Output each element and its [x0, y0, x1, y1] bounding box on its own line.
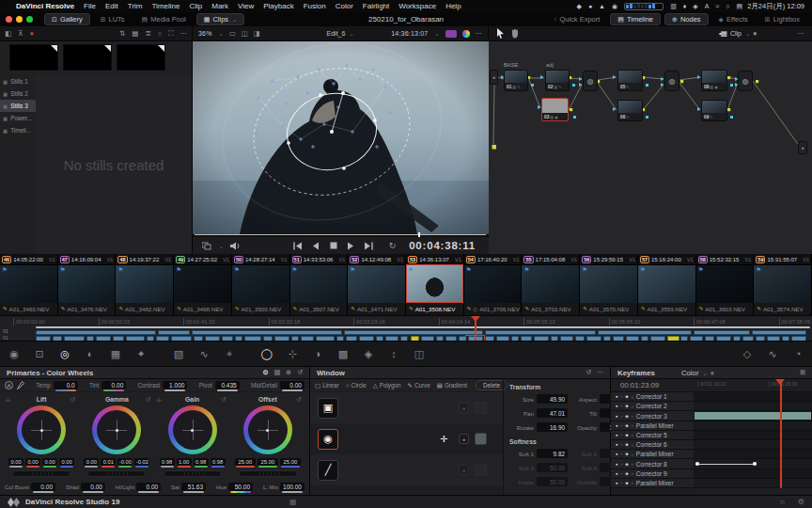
stereo-3d-icon[interactable]: ◫	[413, 348, 426, 360]
luts-button[interactable]: ⊞LUTs	[94, 13, 132, 25]
enable-dot-icon[interactable]: ●	[616, 471, 618, 476]
value-field[interactable]: 0.98	[160, 458, 175, 466]
window-minimize-button[interactable]	[16, 16, 23, 23]
node-03-selected[interactable]: 03▥◉	[541, 98, 569, 121]
tracker-crosshair-icon[interactable]: ✛	[440, 434, 447, 444]
timeline-clip-55[interactable]: 5517:15:04:08V1⚑✎A01_3703.NEV	[522, 254, 580, 315]
more-options-icon[interactable]: ⋯	[798, 29, 805, 38]
play-reverse-icon[interactable]	[309, 241, 321, 251]
lock-icon[interactable]: ▪	[621, 433, 623, 437]
timeline-clip-47[interactable]: 4714:16:09:04V1⚑✎A01_3476.NEV	[58, 254, 117, 315]
record-icon[interactable]: ●	[30, 29, 35, 38]
value-field[interactable]: 0.00	[102, 381, 126, 389]
camera-icon[interactable]: ●	[588, 3, 592, 9]
parallel-mixer-node[interactable]: ◍	[664, 71, 679, 91]
menu-item-playback[interactable]: Playback	[263, 2, 293, 10]
timeline-clip-segment[interactable]	[36, 330, 156, 335]
parallel-mixer-node[interactable]: ◍	[583, 71, 598, 91]
search-icon[interactable]: ○	[726, 3, 729, 9]
sort-icon[interactable]: ⇅	[119, 29, 125, 38]
keyframe-diamond-icon[interactable]: ◆	[625, 433, 628, 437]
menu-item-timeline[interactable]: Timeline	[152, 2, 180, 10]
pointer-tool-icon[interactable]	[496, 28, 505, 39]
clip-thumbnail[interactable]: ⚑	[348, 264, 405, 303]
timeline-clip-50[interactable]: 5014:28:27:14V1⚑✎A01_3500.NEV	[232, 254, 290, 315]
value-field[interactable]: 16.90	[537, 422, 568, 432]
keyframe-diamond-icon[interactable]: ◆	[625, 471, 628, 476]
window-handle[interactable]	[342, 167, 346, 170]
value-field[interactable]: 1.00	[177, 458, 192, 466]
settings-gear-icon[interactable]: ⚙	[798, 498, 804, 506]
value-field[interactable]: 51.63	[181, 483, 206, 491]
reset-icon[interactable]: ↺	[586, 369, 591, 376]
value-field[interactable]: 47.01	[537, 408, 568, 418]
motion-effects-icon[interactable]: ✦	[134, 348, 148, 360]
enable-dot-icon[interactable]: ●	[616, 452, 618, 456]
menu-item-help[interactable]: Help	[445, 2, 461, 10]
window-status-toggle[interactable]: ●	[459, 465, 469, 475]
lock-icon[interactable]: ▪	[621, 452, 623, 456]
quick-export-button[interactable]: ↑Quick Export	[547, 13, 606, 25]
wifi-icon[interactable]: ≈	[715, 3, 719, 9]
timeline-clip-segment[interactable]	[598, 330, 692, 335]
master-wheel-slider[interactable]	[87, 470, 146, 477]
value-field[interactable]: 25.00	[235, 458, 256, 466]
keyframe-dot[interactable]	[695, 462, 699, 466]
sidecar-icon[interactable]: ▥	[670, 3, 677, 10]
clip-thumbnail[interactable]: ⚑	[754, 264, 811, 303]
keyframes-view-icon[interactable]: ◇	[741, 348, 754, 360]
keyframe-diamond-icon[interactable]: ◆	[625, 442, 628, 447]
lock-icon[interactable]: ▪	[621, 423, 623, 428]
reset-icon[interactable]: ↺	[297, 369, 303, 376]
timeline-clip-53[interactable]: 5314:36:13:07V1⚑✎A01_3508.NEV	[406, 254, 464, 315]
keyframe-row-label[interactable]: ●▪◆›Parallel Mixer	[611, 421, 694, 430]
window-shape-row-square[interactable]: ▣●	[310, 392, 503, 423]
sizing-icon[interactable]: ↕	[387, 348, 400, 359]
clip-thumbnail[interactable]: ⚑	[232, 264, 289, 303]
window-status-toggle[interactable]: ●	[459, 403, 469, 413]
chevron-right-icon[interactable]: ›	[632, 413, 633, 419]
value-field[interactable]: 0.00	[280, 381, 304, 389]
keyframe-row-label[interactable]: ●▪◆›Corrector 2	[611, 402, 694, 410]
lock-icon[interactable]: ▪	[621, 471, 623, 476]
auto-balance-icon[interactable]: A	[5, 381, 13, 389]
keyframes-playhead-line[interactable]	[780, 380, 782, 488]
reset-icon[interactable]: ↺	[297, 396, 302, 404]
menubar-clock[interactable]: 2月24日(月) 12:09	[747, 2, 804, 11]
menu-item-view[interactable]: View	[238, 2, 254, 10]
control-center-icon[interactable]: ◈	[693, 3, 697, 10]
home-icon[interactable]: ⌂	[780, 498, 785, 506]
camera-raw-icon[interactable]: ◉	[8, 348, 21, 360]
gallery-album-1[interactable]: ▣Stills 1	[0, 75, 36, 87]
keyframe-track[interactable]	[694, 459, 812, 468]
master-wheel-slider[interactable]	[12, 470, 70, 477]
timeline-clip-segment[interactable]	[694, 330, 750, 335]
clips-button[interactable]: ▦Clips⌄	[196, 13, 244, 25]
rgb-mixer-icon[interactable]: ▦	[109, 348, 122, 360]
app-menu-title[interactable]: DaVinci Resolve	[16, 2, 74, 10]
master-wheel-slider[interactable]	[164, 470, 222, 477]
color-viewer-icon[interactable]	[462, 30, 470, 38]
audio-meter-icon[interactable]	[624, 3, 664, 10]
search-icon[interactable]: ○	[158, 29, 163, 38]
timeline-clip-59[interactable]: 5915:31:55:07V1⚑✎A01_3574.NEV	[754, 254, 812, 315]
menu-item-fusion[interactable]: Fusion	[304, 2, 326, 10]
value-field[interactable]: 50.00	[228, 483, 253, 491]
value-field[interactable]: 0.98	[194, 458, 209, 466]
node-01[interactable]: 01▥✎	[504, 70, 528, 91]
keyframe-track[interactable]	[694, 411, 812, 420]
scopes-icon[interactable]: ∿	[766, 348, 779, 360]
timeline-clip-57[interactable]: 5715:16:24:00V1⚑✎A01_3559.NEV	[638, 254, 696, 315]
window-close-button[interactable]	[6, 16, 12, 23]
source-input-node[interactable]: ●	[490, 70, 498, 85]
master-wheel-slider[interactable]	[239, 470, 297, 477]
playhead-line[interactable]	[475, 316, 476, 341]
clip-thumbnail[interactable]: ⚑	[116, 264, 173, 303]
lock-icon[interactable]: ▪	[621, 462, 623, 467]
lock-icon[interactable]: ▪	[621, 394, 623, 399]
keyframe-row-label[interactable]: ●▪◆›Corrector 1	[611, 392, 694, 401]
enable-dot-icon[interactable]: ●	[616, 394, 618, 399]
shape-tool-polygon[interactable]: △Polygon	[373, 382, 401, 389]
window-shape-row-curve[interactable]: ╱●	[310, 454, 503, 485]
enable-dot-icon[interactable]: ●	[616, 442, 618, 447]
